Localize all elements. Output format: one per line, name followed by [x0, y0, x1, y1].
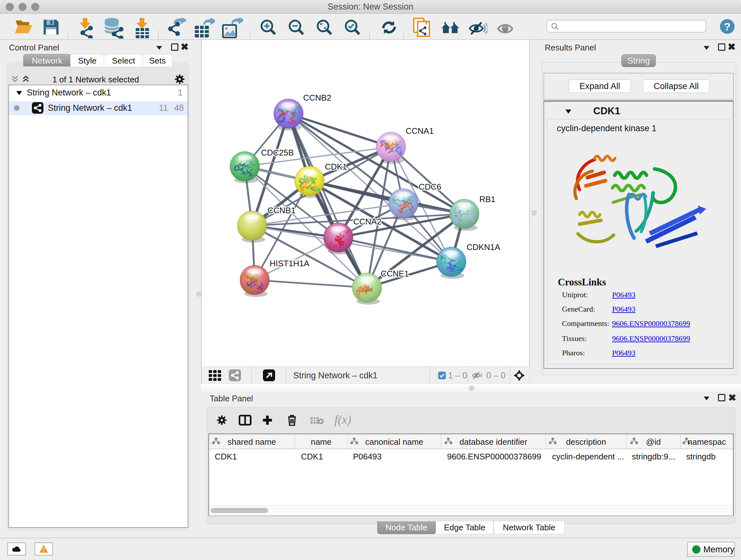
detach-view-icon[interactable] — [263, 369, 275, 381]
network-node-cdc6[interactable]: CDC6 — [389, 182, 441, 220]
add-column-icon[interactable] — [262, 415, 273, 426]
export-table-icon[interactable] — [194, 18, 215, 38]
column-header-namespace[interactable]: namespac — [681, 434, 733, 449]
selected-checkbox[interactable] — [438, 372, 446, 379]
collapse-all-networks-icon[interactable] — [11, 75, 18, 83]
import-table-icon[interactable] — [133, 18, 151, 38]
bundle-homes-icon[interactable] — [441, 21, 460, 36]
cloud-button[interactable] — [7, 543, 26, 556]
zoom-fit-icon[interactable] — [316, 18, 333, 37]
network-node-cdc25b[interactable]: CDC25B — [230, 148, 294, 183]
network-options-gear-icon[interactable] — [174, 74, 185, 84]
export-network-icon[interactable] — [167, 18, 186, 38]
crosslink-value[interactable]: 9606.ENSP00000378699 — [612, 334, 690, 343]
column-header-database-identifier[interactable]: database identifier — [441, 434, 546, 449]
memory-button[interactable]: Memory — [687, 542, 735, 557]
column-header-canonical-name[interactable]: canonical name — [348, 434, 441, 449]
network-tree-selected-row[interactable]: String Network – cdk1 11 48 — [9, 101, 188, 115]
show-all-icon[interactable] — [496, 21, 514, 36]
crosslinks-title: CrossLinks — [558, 276, 606, 288]
tab-edge-table[interactable]: Edge Table — [435, 521, 494, 534]
hidden-count: 0 – 0 — [486, 371, 506, 381]
results-panel: Results Panel ✖ String Expand All Collap… — [530, 40, 741, 384]
export-image-icon[interactable] — [222, 18, 243, 38]
table-settings-gear-icon[interactable] — [216, 415, 227, 426]
node-label-ccna2: CCNA2 — [353, 217, 381, 226]
control-panel-float-icon[interactable] — [156, 45, 163, 51]
open-file-icon[interactable] — [14, 19, 33, 35]
clone-network-icon[interactable] — [413, 17, 430, 39]
refresh-layout-icon[interactable] — [381, 19, 398, 36]
expand-all-button[interactable]: Expand All — [569, 79, 631, 93]
delete-column-icon[interactable] — [286, 414, 297, 426]
warning-button[interactable] — [35, 543, 53, 556]
network-node-hist1h1a[interactable]: HIST1H1A — [240, 259, 310, 297]
column-header-name[interactable]: name — [295, 434, 348, 449]
zoom-selected-icon[interactable] — [344, 18, 361, 37]
network-view[interactable]: CCNB2CCNA1CDC25BCDK1CDC6RB1CCNB1CCNA2CDK… — [201, 40, 530, 366]
gene-name: CDK1 — [593, 105, 620, 117]
tab-sets[interactable]: Sets — [143, 54, 172, 66]
crosslink-label: Pharos: — [562, 349, 585, 357]
grid-view-icon[interactable] — [209, 370, 223, 381]
save-session-icon[interactable] — [42, 18, 60, 36]
crosslink-value[interactable]: P06493 — [612, 305, 635, 314]
results-panel-close-icon[interactable]: ✖ — [728, 41, 736, 52]
delete-table-icon[interactable] — [311, 416, 324, 425]
control-panel: Control Panel ✖ Network Style Select Set… — [0, 40, 201, 537]
import-network-icon[interactable] — [77, 18, 95, 38]
table-hscrollbar[interactable] — [209, 505, 733, 516]
help-icon[interactable]: ? — [720, 19, 735, 34]
hidden-eye-icon[interactable] — [471, 371, 483, 380]
search-input[interactable] — [562, 21, 703, 32]
function-builder-icon[interactable]: f(x) — [334, 413, 351, 427]
table-row[interactable]: CDK1 CDK1 P06493 9606.ENSP00000378699 cy… — [209, 449, 733, 463]
column-header-id[interactable]: @id — [627, 434, 681, 449]
right-splitter-handle[interactable] — [532, 210, 537, 215]
tab-style[interactable]: Style — [70, 54, 105, 66]
expand-all-networks-icon[interactable] — [22, 75, 29, 83]
hscrollbar-thumb[interactable] — [211, 508, 268, 513]
network-node-ccne1[interactable]: CCNE1 — [352, 269, 409, 305]
node-label-ccnb2: CCNB2 — [303, 93, 331, 103]
collapse-all-button[interactable]: Collapse All — [643, 79, 710, 93]
control-panel-maximize-icon[interactable] — [171, 44, 179, 51]
tab-node-table[interactable]: Node Table — [377, 521, 435, 534]
network-node-cdkn1a[interactable]: CDKN1A — [436, 242, 500, 279]
network-view-title: String Network – cdk1 — [293, 371, 378, 381]
control-panel-close-icon[interactable]: ✖ — [181, 41, 189, 52]
table-panel-float-icon[interactable] — [703, 396, 710, 401]
network-node-rb1[interactable]: RB1 — [450, 194, 495, 231]
show-columns-icon[interactable] — [239, 415, 252, 426]
horizontal-splitter[interactable] — [201, 384, 741, 392]
string-toolbar-box: Expand All Collapse All — [543, 73, 734, 100]
network-tree-root-row[interactable]: String Network – cdk1 1 — [9, 85, 188, 101]
tree-node-count: 11 — [159, 103, 168, 113]
table-panel-maximize-icon[interactable] — [718, 394, 725, 401]
network-node-ccna1[interactable]: CCNA1 — [376, 126, 434, 164]
tab-select[interactable]: Select — [104, 54, 143, 66]
birdseye-navigator-icon[interactable] — [514, 370, 525, 381]
column-header-description[interactable]: description — [546, 434, 627, 449]
tab-network[interactable]: Network — [23, 54, 71, 66]
results-panel-maximize-icon[interactable] — [718, 44, 725, 51]
tab-network-table[interactable]: Network Table — [494, 521, 564, 534]
network-share-view-icon[interactable] — [229, 369, 241, 381]
crosslink-value[interactable]: P06493 — [612, 349, 635, 357]
crosslink-value[interactable]: P06493 — [612, 291, 635, 299]
node-label-ccne1: CCNE1 — [381, 269, 409, 278]
hide-selected-icon[interactable] — [468, 21, 487, 37]
results-panel-float-icon[interactable] — [703, 45, 710, 51]
tab-string[interactable]: String — [621, 54, 656, 67]
zoom-out-icon[interactable] — [287, 18, 306, 37]
gene-collapse-icon[interactable] — [565, 109, 571, 114]
zoom-in-icon[interactable] — [259, 18, 277, 37]
crosslink-value[interactable]: 9606.ENSP00000378699 — [612, 319, 690, 328]
search-box[interactable] — [546, 20, 706, 33]
left-splitter-handle[interactable] — [197, 292, 202, 297]
application-window: Session: New Session ? Control Panel — [0, 0, 741, 560]
table-panel-close-icon[interactable]: ✖ — [728, 392, 736, 403]
import-network-database-icon[interactable] — [103, 17, 124, 39]
tree-expand-icon[interactable] — [16, 91, 22, 96]
column-header-shared-name[interactable]: shared name — [209, 434, 295, 449]
